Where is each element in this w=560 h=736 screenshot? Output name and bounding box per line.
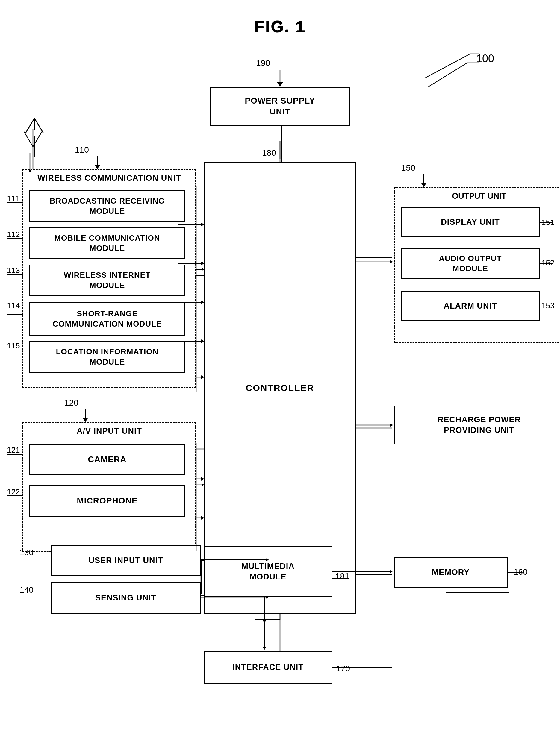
line-112 [7, 237, 25, 240]
svg-marker-100 [201, 262, 204, 265]
output-unit-label: OUTPUT UNIT [452, 192, 506, 201]
svg-marker-77 [390, 261, 393, 264]
recharge-power-box: RECHARGE POWER PROVIDING UNIT [394, 405, 560, 444]
line-140 [33, 593, 51, 596]
arrow-150 [419, 174, 428, 189]
arrow-120 [81, 408, 90, 423]
controller-to-output [355, 261, 395, 264]
multimedia-to-interface [263, 596, 266, 652]
diagram: FIG. 1 [0, 0, 560, 736]
camera-box: CAMERA [29, 444, 185, 475]
alarm-box: ALARM UNIT [401, 291, 540, 321]
output-unit-box: OUTPUT UNIT DISPLAY UNIT 151 AUDIO OUTPU… [394, 187, 560, 343]
line-113 [7, 273, 25, 276]
wireless-internet-box: WIRELESS INTERNET MODULE [29, 265, 185, 296]
svg-line-47 [425, 54, 470, 78]
svg-marker-60 [82, 417, 88, 422]
module-horizontal-lines [178, 186, 196, 392]
power-supply-box: POWER SUPPLY UNIT [210, 87, 350, 126]
svg-marker-51 [94, 165, 100, 169]
line-130 [33, 555, 51, 558]
line-121 [7, 453, 25, 456]
short-range-box: SHORT-RANGE COMMUNICATION MODULE [29, 302, 185, 336]
line-111 [7, 201, 25, 204]
line-114 [7, 313, 25, 316]
av-input-label: A/V INPUT UNIT [77, 426, 142, 436]
av-module-lines [178, 443, 196, 551]
line-151 [539, 222, 554, 223]
svg-marker-113 [201, 516, 204, 520]
av-right-to-controller [195, 443, 205, 551]
wireless-right-to-controller [195, 186, 205, 392]
memory-box: MEMORY [394, 557, 508, 588]
svg-marker-80 [390, 423, 393, 426]
svg-marker-90 [263, 647, 266, 650]
user-sensing-horizontal [200, 558, 269, 599]
line-181 [332, 578, 350, 579]
ref-100-line [410, 51, 479, 84]
arrow-110 [93, 156, 102, 171]
svg-marker-99 [201, 223, 204, 226]
sensing-box: SENSING UNIT [51, 582, 201, 614]
controller-to-recharge [355, 423, 395, 426]
svg-line-41 [25, 118, 34, 133]
ref-114: 114 [7, 301, 20, 311]
arrow-190 [276, 70, 284, 88]
multimedia-to-memory [332, 570, 395, 573]
line-115 [7, 349, 25, 352]
ref-150: 150 [401, 163, 415, 173]
svg-marker-83 [390, 570, 393, 573]
svg-marker-46 [277, 82, 283, 87]
microphone-box: MICROPHONE [29, 485, 185, 517]
line-122 [7, 494, 25, 497]
controller-box: CONTROLLER [204, 162, 356, 614]
ref-130: 130 [19, 548, 34, 557]
svg-marker-119 [266, 558, 269, 561]
ref-120: 120 [64, 398, 78, 408]
wireless-comm-box: WIRELESS COMMUNICATION UNIT 111 BROADCAS… [22, 169, 196, 387]
audio-output-box: AUDIO OUTPUT MODULE [401, 248, 540, 279]
line-152 [539, 263, 554, 264]
interface-box: INTERFACE UNIT [204, 651, 332, 684]
ref-190: 190 [256, 58, 270, 68]
line-160 [507, 572, 523, 573]
svg-marker-101 [201, 301, 204, 304]
svg-line-42 [34, 118, 43, 133]
wireless-comm-label: WIRELESS COMMUNICATION UNIT [37, 174, 181, 183]
svg-marker-112 [201, 477, 204, 481]
ref-180: 180 [262, 148, 276, 158]
svg-marker-72 [421, 183, 427, 187]
display-box: DISPLAY UNIT [401, 208, 540, 237]
location-box: LOCATION INFORMATION MODULE [29, 341, 185, 372]
svg-marker-92 [28, 170, 31, 173]
av-input-box: A/V INPUT UNIT 121 CAMERA 122 MICROPHONE [22, 422, 196, 552]
svg-marker-102 [201, 340, 204, 343]
antenna-to-wireless [28, 153, 31, 174]
broadcasting-box: BROADCASTING RECEIVING MODULE [29, 190, 185, 222]
svg-marker-103 [201, 375, 204, 379]
line-153 [539, 306, 554, 307]
ref-140: 140 [19, 585, 34, 595]
antenna-icon [16, 118, 52, 157]
ref-110: 110 [75, 145, 89, 155]
line-170 [332, 667, 350, 669]
svg-marker-120 [266, 596, 269, 599]
page-title: FIG. 1 [254, 16, 306, 36]
mobile-comm-box: MOBILE COMMUNICATION MODULE [29, 228, 185, 259]
